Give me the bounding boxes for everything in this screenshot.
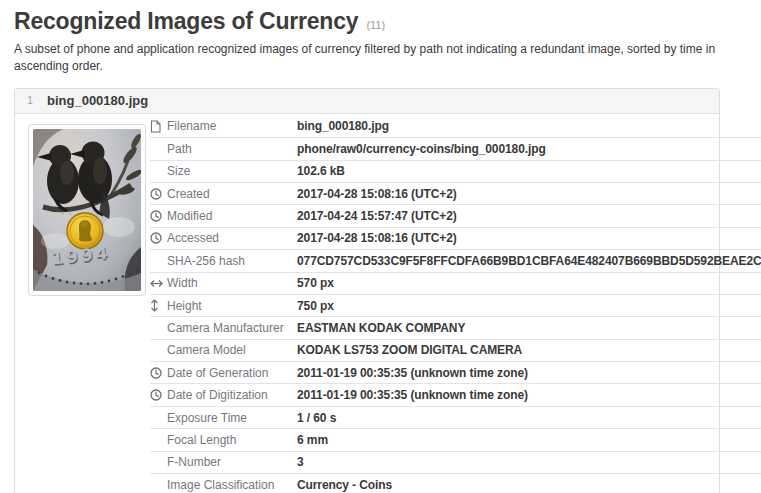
metadata-row: Image Classification Currency - Coins <box>150 474 761 493</box>
field-value: 1 / 60 s <box>297 411 336 425</box>
metadata-row: Path phone/raw0/currency-coins/bing_0001… <box>150 138 761 160</box>
clock-icon <box>150 232 167 244</box>
metadata-row: Size 102.6 kB <box>150 161 761 183</box>
field-label: Camera Model <box>167 343 297 357</box>
clock-icon <box>150 188 167 200</box>
field-label: Date of Digitization <box>167 388 297 402</box>
field-label: Modified <box>167 209 297 223</box>
field-value: 2011-01-19 00:35:35 (unknown time zone) <box>297 388 528 402</box>
field-label: Camera Manufacturer <box>167 321 297 335</box>
metadata-row: Modified 2017-04-24 15:57:47 (UTC+2) <box>150 205 761 227</box>
metadata-row: Focal Length 6 mm <box>150 429 761 451</box>
image-record-card: 1 bing_000180.jpg <box>14 88 720 493</box>
clock-icon <box>150 389 167 401</box>
field-label: Created <box>167 187 297 201</box>
metadata-row: Date of Generation 2011-01-19 00:35:35 (… <box>150 362 761 384</box>
field-label: Size <box>167 164 297 178</box>
field-label: Date of Generation <box>167 366 297 380</box>
record-header: 1 bing_000180.jpg <box>15 89 719 114</box>
field-value: 102.6 kB <box>297 164 345 178</box>
page-title: Recognized Images of Currency <box>14 8 358 35</box>
field-value: 2017-04-24 15:57:47 (UTC+2) <box>297 209 457 223</box>
metadata-row: Height 750 px <box>150 295 761 317</box>
field-value: 2017-04-28 15:08:16 (UTC+2) <box>297 231 457 245</box>
field-label: Exposure Time <box>167 411 297 425</box>
width-icon <box>150 279 167 288</box>
field-value: EASTMAN KODAK COMPANY <box>297 321 465 335</box>
metadata-row: Width 570 px <box>150 273 761 295</box>
metadata-row: Created 2017-04-28 15:08:16 (UTC+2) <box>150 183 761 205</box>
field-value: bing_000180.jpg <box>297 119 389 133</box>
field-label: Image Classification <box>167 478 297 492</box>
height-icon <box>150 299 167 312</box>
field-label: Path <box>167 142 297 156</box>
field-label: Accessed <box>167 231 297 245</box>
metadata-row: Exposure Time 1 / 60 s <box>150 407 761 429</box>
field-label: Height <box>167 299 297 313</box>
metadata-row: F-Number 3 <box>150 452 761 474</box>
title-line: Recognized Images of Currency (11) <box>14 8 747 35</box>
field-value: 2017-04-28 15:08:16 (UTC+2) <box>297 187 457 201</box>
metadata-row: Camera Manufacturer EASTMAN KODAK COMPAN… <box>150 317 761 339</box>
field-label: F-Number <box>167 455 297 469</box>
page-subtitle: A subset of phone and application recogn… <box>14 41 746 76</box>
metadata-row: Date of Digitization 2011-01-19 00:35:35… <box>150 384 761 406</box>
record-filename-title: bing_000180.jpg <box>47 93 148 108</box>
field-value: 3 <box>297 455 304 469</box>
file-icon <box>150 120 167 133</box>
metadata-row: Camera Model KODAK LS753 ZOOM DIGITAL CA… <box>150 340 761 362</box>
field-value: 077CD757CD533C9F5F8FFCDFA66B9BD1CBFA64E4… <box>297 254 761 268</box>
clock-icon <box>150 367 167 379</box>
metadata-row: SHA-256 hash 077CD757CD533C9F5F8FFCDFA66… <box>150 250 761 272</box>
field-value: 6 mm <box>297 433 328 447</box>
record-body: ﹅﹅ ﹅﹅ ﹅ 1994 1994 <box>15 114 719 493</box>
field-value: Currency - Coins <box>297 478 392 492</box>
field-label: Filename <box>167 119 297 133</box>
field-value: 570 px <box>297 276 334 290</box>
clock-icon <box>150 210 167 222</box>
field-value: KODAK LS753 ZOOM DIGITAL CAMERA <box>297 343 522 357</box>
metadata-table: Filename bing_000180.jpg Path phone/raw0… <box>150 116 761 493</box>
field-label: Focal Length <box>167 433 297 447</box>
metadata-row: Accessed 2017-04-28 15:08:16 (UTC+2) <box>150 228 761 250</box>
metadata-row: Filename bing_000180.jpg <box>150 116 761 138</box>
record-index: 1 <box>21 95 39 106</box>
page-header: Recognized Images of Currency (11) A sub… <box>0 0 761 76</box>
field-value: phone/raw0/currency-coins/bing_000180.jp… <box>297 142 546 156</box>
item-count-badge: (11) <box>366 19 385 31</box>
coin-photo: ﹅﹅ ﹅﹅ ﹅ 1994 1994 <box>33 129 141 291</box>
field-label: Width <box>167 276 297 290</box>
image-thumbnail[interactable]: ﹅﹅ ﹅﹅ ﹅ 1994 1994 <box>28 124 146 296</box>
field-value: 750 px <box>297 299 334 313</box>
field-value: 2011-01-19 00:35:35 (unknown time zone) <box>297 366 528 380</box>
field-label: SHA-256 hash <box>167 254 297 268</box>
